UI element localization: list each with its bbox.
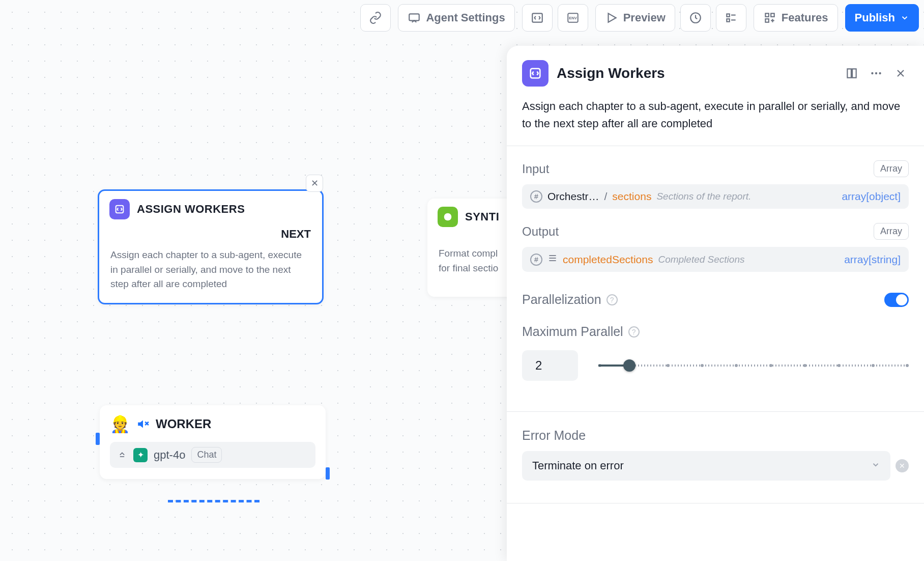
svg-text:ENV: ENV	[569, 16, 577, 20]
svg-rect-12	[771, 13, 774, 16]
max-parallel-value[interactable]: 2	[522, 350, 578, 381]
svg-point-22	[879, 72, 881, 74]
svg-rect-11	[765, 13, 769, 16]
hash-icon: #	[530, 190, 542, 203]
input-binding-row[interactable]: # Orchestr… / sections Sections of the r…	[522, 184, 909, 209]
parallelization-toggle[interactable]	[884, 293, 909, 307]
input-tag: Array	[874, 160, 909, 177]
svg-point-20	[871, 72, 873, 74]
features-button[interactable]: Features	[754, 4, 838, 32]
features-label: Features	[782, 11, 828, 24]
worker-title: WORKER	[156, 417, 211, 431]
svg-marker-5	[608, 13, 616, 22]
chat-settings-icon	[408, 11, 421, 24]
checklist-icon	[725, 11, 738, 24]
toolbar: Agent Settings ENV Preview Features Publ…	[355, 4, 924, 32]
help-icon[interactable]: ?	[607, 294, 618, 305]
more-icon	[870, 67, 883, 80]
max-parallel-slider[interactable]	[598, 364, 909, 367]
panel-title: Assign Workers	[557, 65, 665, 81]
grid-add-icon	[763, 11, 776, 24]
slider-thumb[interactable]	[623, 359, 636, 372]
node-next-label: NEXT	[99, 223, 322, 243]
chevron-down-icon	[900, 13, 909, 22]
max-parallel-label: Maximum Parallel	[522, 324, 623, 339]
chevron-up-icon	[117, 449, 127, 461]
env-button[interactable]: ENV	[558, 4, 588, 32]
link-button[interactable]	[360, 4, 391, 32]
agent-settings-button[interactable]: Agent Settings	[398, 4, 514, 32]
parallelization-label: Parallelization	[522, 292, 601, 307]
node-description: Assign each chapter to a sub-agent, exec…	[99, 243, 322, 303]
svg-rect-2	[532, 13, 542, 22]
list-icon	[547, 253, 558, 266]
node-title: ASSIGN WORKERS	[137, 203, 245, 216]
close-panel-button[interactable]	[892, 65, 909, 81]
synth-title: SYNTI	[465, 210, 499, 223]
code-icon	[531, 11, 544, 24]
worker-emoji-icon: 👷	[110, 414, 130, 434]
model-mode-tag: Chat	[191, 447, 222, 463]
node-close-button[interactable]: ✕	[306, 175, 323, 192]
svg-point-21	[875, 72, 877, 74]
error-mode-select[interactable]: Terminate on error	[522, 451, 890, 481]
svg-rect-7	[727, 14, 729, 16]
svg-point-15	[444, 213, 452, 221]
code-button[interactable]	[522, 4, 553, 32]
link-icon	[369, 11, 382, 24]
synth-desc-2: for final sectio	[439, 263, 498, 273]
input-hint: Sections of the report.	[656, 191, 751, 202]
input-label: Input	[522, 162, 549, 176]
input-field: sections	[612, 190, 651, 203]
docs-button[interactable]	[844, 65, 860, 81]
speaker-mute-icon	[136, 417, 150, 431]
agent-settings-label: Agent Settings	[426, 11, 505, 24]
selection-handle[interactable]	[326, 467, 330, 480]
help-icon[interactable]: ?	[628, 326, 640, 338]
selection-dash	[168, 500, 259, 502]
input-source: Orchestr…	[547, 190, 599, 203]
svg-rect-1	[410, 14, 420, 20]
preview-label: Preview	[623, 11, 666, 24]
output-field: completedSections	[563, 254, 653, 266]
panel-description: Assign each chapter to a sub-agent, exec…	[522, 98, 909, 146]
input-type: array[object]	[842, 190, 901, 203]
hash-icon: #	[530, 254, 542, 266]
book-icon	[845, 67, 858, 80]
output-label: Output	[522, 225, 559, 239]
openai-icon: ✦	[133, 448, 148, 462]
clear-error-mode-button[interactable]: ✕	[896, 459, 909, 472]
details-panel: Assign Workers Assign each chapter to a …	[507, 46, 924, 561]
publish-label: Publish	[855, 11, 895, 24]
checklist-button[interactable]	[716, 4, 746, 32]
divider	[507, 411, 924, 412]
play-icon	[605, 11, 618, 24]
more-button[interactable]	[868, 65, 884, 81]
svg-rect-13	[765, 19, 769, 22]
output-type: array[string]	[844, 254, 901, 266]
divider	[507, 503, 924, 503]
output-hint: Completed Sections	[658, 254, 744, 265]
preview-button[interactable]: Preview	[595, 4, 675, 32]
output-binding-row[interactable]: # completedSections Completed Sections a…	[522, 247, 909, 272]
selection-handle[interactable]	[96, 433, 100, 445]
clock-icon	[689, 11, 702, 24]
publish-button[interactable]: Publish	[845, 4, 919, 32]
close-icon	[894, 67, 907, 79]
node-worker[interactable]: 👷 WORKER ✦ gpt-4o Chat	[100, 405, 326, 479]
assign-workers-node-icon	[109, 199, 130, 219]
chevron-down-icon	[871, 459, 880, 472]
synth-desc-1: Format compl	[439, 248, 498, 259]
svg-rect-8	[727, 19, 729, 21]
error-mode-value: Terminate on error	[532, 459, 624, 472]
output-tag: Array	[874, 223, 909, 240]
divider	[507, 146, 924, 146]
model-selector[interactable]: ✦ gpt-4o Chat	[110, 442, 315, 468]
history-button[interactable]	[680, 4, 711, 32]
synth-node-icon	[438, 207, 458, 227]
error-mode-label: Error Mode	[522, 428, 586, 443]
model-name: gpt-4o	[154, 448, 185, 462]
node-assign-workers[interactable]: ✕ ASSIGN WORKERS NEXT Assign each chapte…	[98, 189, 324, 304]
env-icon: ENV	[566, 11, 580, 24]
panel-icon	[522, 60, 548, 87]
